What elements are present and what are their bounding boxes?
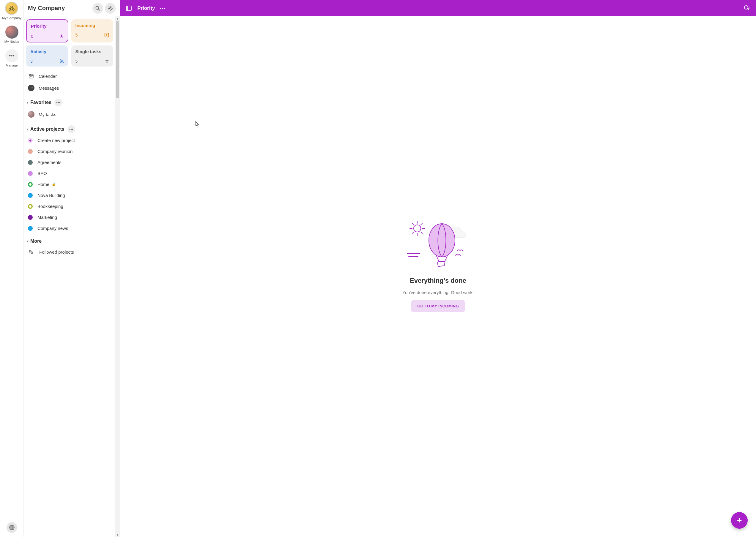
workspace-item-company[interactable]: My Company — [2, 2, 22, 20]
project-row[interactable]: Company reunion — [26, 146, 113, 157]
tile-title: Single tasks — [75, 49, 110, 54]
globe-button[interactable] — [7, 522, 17, 533]
section-title: Active projects — [30, 127, 65, 132]
section-more[interactable]: ▼ More — [26, 238, 117, 244]
project-label: SEO — [37, 171, 47, 176]
tile-count: 3 — [30, 59, 33, 63]
project-label: Company news — [37, 226, 68, 231]
followed-projects[interactable]: Followed projects — [26, 246, 113, 258]
sidebar-toggle-icon — [125, 5, 132, 12]
workspace-item-nozbe[interactable]: My Nozbe — [4, 25, 19, 43]
svg-point-8 — [106, 60, 107, 61]
topbar-title: Priority — [137, 5, 155, 11]
topbar: Priority ••• — [120, 0, 756, 16]
project-row[interactable]: Company news — [26, 223, 113, 234]
search-button[interactable] — [92, 3, 103, 14]
svg-point-20 — [744, 6, 748, 9]
svg-point-1 — [9, 9, 11, 10]
workspace-avatar-nozbe — [5, 25, 19, 39]
search-icon — [95, 6, 101, 11]
svg-point-21 — [414, 225, 421, 232]
empty-subtitle: You've done everything. Good work! — [402, 290, 474, 295]
project-row[interactable]: Marketing — [26, 212, 113, 223]
settings-button[interactable] — [105, 3, 115, 14]
inbox-icon — [104, 33, 109, 37]
create-new-project[interactable]: + Create new project — [26, 135, 113, 146]
section-more-button[interactable]: ••• — [54, 99, 62, 106]
section-more-button[interactable]: ••• — [67, 125, 75, 133]
nav-messages[interactable]: Messages — [26, 82, 113, 94]
project-color-dot — [28, 193, 33, 198]
caret-down-icon: ▼ — [26, 101, 30, 104]
section-active-projects[interactable]: ▼ Active projects ••• — [26, 125, 117, 133]
summary-tiles: Priority 0 ★ Incoming 5 — [26, 19, 117, 66]
project-row[interactable]: Agreements — [26, 157, 113, 168]
scroll-thumb[interactable] — [116, 21, 119, 98]
svg-point-22 — [429, 224, 455, 257]
create-label: Create new project — [37, 138, 75, 143]
svg-point-14 — [32, 76, 32, 77]
project-label: Home — [37, 182, 49, 187]
project-row[interactable]: SEO — [26, 168, 113, 179]
scroll-up-icon[interactable]: ▲ — [115, 16, 120, 21]
rss-icon — [28, 249, 34, 255]
nav-calendar[interactable]: Calendar — [26, 70, 113, 82]
tile-incoming[interactable]: Incoming 5 — [71, 19, 113, 42]
section-title: More — [30, 238, 42, 244]
section-favorites[interactable]: ▼ Favorites ••• — [26, 99, 117, 106]
svg-point-16 — [31, 88, 32, 89]
star-icon: ★ — [60, 33, 64, 39]
project-color-dot — [28, 149, 33, 154]
svg-point-2 — [13, 9, 14, 10]
project-label: Marketing — [37, 215, 57, 220]
tile-single-tasks[interactable]: Single tasks 5 — [71, 45, 113, 66]
workspace-label: My Nozbe — [4, 40, 19, 43]
empty-state-illustration — [407, 218, 469, 271]
project-color-dot — [28, 215, 33, 220]
plus-icon: + — [737, 515, 742, 525]
project-row[interactable]: Bookkeeping — [26, 201, 113, 212]
nav-label: Calendar — [39, 74, 57, 79]
plus-icon: + — [28, 138, 33, 143]
ellipsis-icon: ••• — [5, 49, 19, 62]
collapse-sidebar-button[interactable] — [125, 5, 132, 12]
tile-priority[interactable]: Priority 0 ★ — [26, 19, 68, 42]
section-title: Favorites — [30, 100, 51, 105]
tile-activity[interactable]: Activity 3 — [26, 45, 68, 66]
tile-count: 5 — [75, 33, 78, 37]
project-row[interactable]: Home🔒 — [26, 179, 113, 190]
svg-rect-23 — [437, 261, 445, 267]
workspace-rail: My Company My Nozbe ••• Manage — [0, 0, 24, 537]
favorite-label: My tasks — [39, 112, 56, 117]
empty-title: Everything's done — [410, 277, 466, 285]
topbar-more-button[interactable]: ••• — [160, 6, 166, 11]
scrollbar[interactable]: ▲ ▼ — [115, 16, 120, 537]
scroll-down-icon[interactable]: ▼ — [115, 533, 120, 537]
workspace-item-manage[interactable]: ••• Manage — [5, 49, 19, 67]
project-label: Agreements — [37, 160, 62, 165]
svg-rect-19 — [126, 6, 128, 11]
search-filter-icon — [743, 5, 751, 12]
favorite-my-tasks[interactable]: My tasks — [26, 108, 113, 121]
tile-count: 0 — [31, 34, 33, 39]
add-task-fab[interactable]: + — [731, 512, 748, 529]
dots-cluster-icon — [105, 59, 109, 63]
project-label: Bookkeeping — [37, 204, 63, 209]
sidebar-title: My Company — [28, 5, 91, 12]
avatar — [28, 111, 34, 118]
project-label: Company reunion — [37, 149, 72, 154]
svg-point-10 — [107, 62, 108, 63]
chat-icon — [28, 85, 34, 91]
main-panel: Priority ••• — [120, 0, 756, 537]
filter-button[interactable] — [743, 5, 751, 12]
go-to-incoming-button[interactable]: GO TO MY INCOMING — [411, 300, 465, 312]
nav-label: Messages — [39, 86, 59, 91]
tile-title: Activity — [30, 49, 64, 54]
svg-point-12 — [30, 76, 31, 77]
project-color-dot — [28, 182, 33, 187]
rss-icon — [60, 59, 64, 63]
project-row[interactable]: Nova Building — [26, 190, 113, 201]
tile-count: 5 — [75, 59, 78, 63]
workspace-label: My Company — [2, 16, 22, 20]
tile-title: Incoming — [75, 23, 110, 28]
